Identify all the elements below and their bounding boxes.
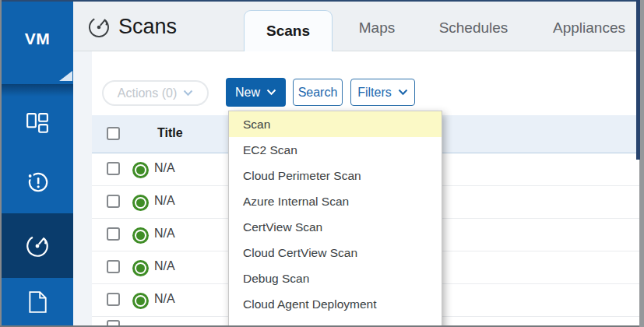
new-menu: Scan EC2 Scan Cloud Perimeter Scan Azure… <box>228 111 442 327</box>
tab-appliances[interactable]: Appliances <box>525 12 644 44</box>
search-button[interactable]: Search <box>293 79 343 106</box>
menu-item-ec2-scan[interactable]: EC2 Scan <box>229 137 442 163</box>
dashboard-icon <box>26 112 49 135</box>
radar-gauge-icon <box>86 15 111 43</box>
column-header-title[interactable]: Title <box>157 126 183 140</box>
sidebar-item-reports[interactable] <box>2 279 73 325</box>
menu-item-cloud-certview-scan[interactable]: Cloud CertView Scan <box>229 240 442 265</box>
row-checkbox[interactable] <box>107 260 120 273</box>
select-all-checkbox[interactable] <box>107 127 120 140</box>
row-checkbox[interactable] <box>107 320 120 325</box>
page-title: Scans <box>118 15 177 39</box>
actions-button-label: Actions (0) <box>118 86 177 100</box>
tab-schedules[interactable]: Schedules <box>408 12 539 44</box>
chevron-down-icon <box>266 89 276 96</box>
menu-item-certview-scan[interactable]: CertView Scan <box>229 214 442 240</box>
filters-button-label: Filters <box>357 86 392 100</box>
menu-item-debug-scan[interactable]: Debug Scan <box>229 265 442 291</box>
scan-title: N/A <box>154 194 175 208</box>
document-icon <box>26 290 49 314</box>
vm-tile-shadow <box>2 84 73 97</box>
content-left-gutter <box>73 51 92 325</box>
product-badge-label: VM <box>2 30 73 48</box>
module-picker-corner-icon[interactable] <box>59 71 72 81</box>
status-finished-icon <box>136 199 145 207</box>
menu-item-cloud-agent-deployment[interactable]: Cloud Agent Deployment <box>229 291 442 317</box>
menu-item-scan[interactable]: Scan <box>229 111 442 137</box>
row-checkbox[interactable] <box>107 162 120 175</box>
scan-title: N/A <box>154 161 175 175</box>
row-checkbox[interactable] <box>107 293 120 306</box>
status-finished-icon <box>136 231 145 240</box>
scrollbar-thumb[interactable] <box>636 0 640 160</box>
product-badge[interactable]: VM <box>2 2 73 84</box>
alert-circle-icon <box>25 169 50 194</box>
status-finished-icon <box>136 166 145 174</box>
status-finished-icon <box>136 264 145 272</box>
chevron-down-icon <box>398 89 408 96</box>
menu-item-cloud-perimeter-scan[interactable]: Cloud Perimeter Scan <box>229 163 442 188</box>
sidebar-item-scans[interactable] <box>2 213 73 278</box>
tab-maps[interactable]: Maps <box>342 12 412 44</box>
tab-scans[interactable]: Scans <box>244 10 333 52</box>
search-button-label: Search <box>298 86 338 100</box>
window-border-top <box>0 0 644 2</box>
actions-dropdown-button[interactable]: Actions (0) <box>102 80 209 106</box>
menu-item-azure-internal-scan[interactable]: Azure Internal Scan <box>229 188 442 214</box>
new-dropdown-button[interactable]: New <box>226 78 286 107</box>
sidebar: VM <box>2 2 73 325</box>
status-finished-icon <box>136 297 145 305</box>
sidebar-item-dashboard[interactable] <box>2 98 73 149</box>
scan-title: N/A <box>154 259 175 273</box>
scan-title: N/A <box>154 227 175 241</box>
radar-gauge-icon <box>24 233 51 259</box>
sidebar-item-prioritization[interactable] <box>2 156 73 207</box>
filters-dropdown-button[interactable]: Filters <box>350 79 415 106</box>
chevron-down-icon <box>183 90 193 97</box>
new-button-label: New <box>235 86 260 100</box>
row-checkbox[interactable] <box>107 227 120 241</box>
scan-title: N/A <box>154 292 175 306</box>
app-window: VM <box>0 0 644 327</box>
page-header: Scans Scans Maps Schedules Appliances <box>73 2 639 51</box>
window-border-left <box>0 0 2 327</box>
row-checkbox[interactable] <box>107 195 120 208</box>
